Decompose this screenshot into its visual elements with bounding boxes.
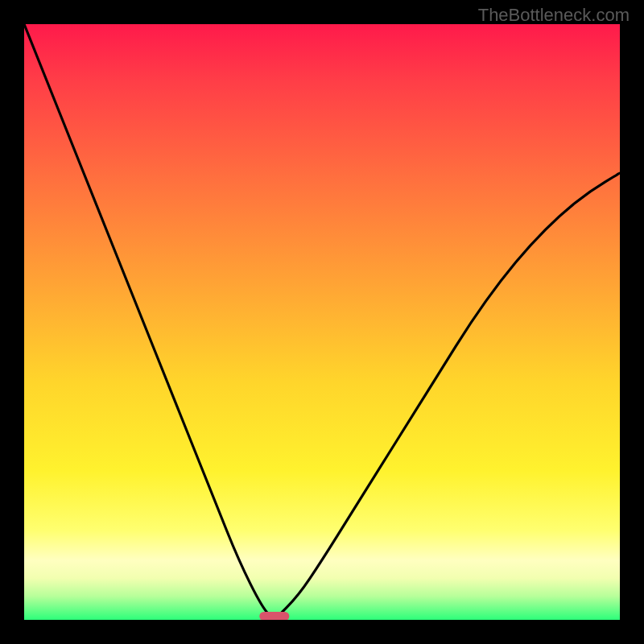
chart-background <box>24 24 620 620</box>
chart-plot-area <box>24 24 620 620</box>
watermark-text: TheBottleneck.com <box>478 5 630 26</box>
minimum-marker <box>259 612 289 620</box>
bottleneck-curve-chart <box>24 24 620 620</box>
